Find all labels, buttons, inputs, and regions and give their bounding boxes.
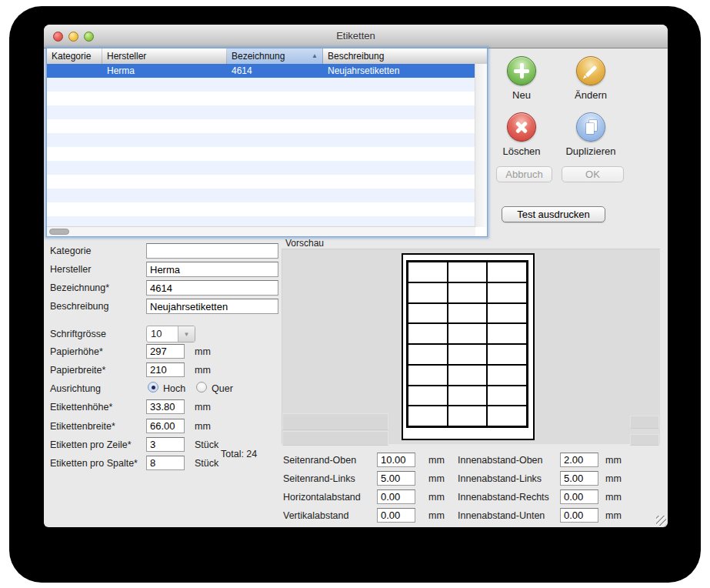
label-cell [448,323,488,344]
kategorie-field[interactable] [146,243,278,259]
seitenrand-links-unit: mm [428,473,445,484]
innenabstand-unten-unit: mm [605,510,622,521]
titlebar[interactable]: Etiketten [44,25,668,48]
label-cell [408,323,448,344]
column-header-beschreibung[interactable]: Beschreibung [323,48,487,64]
chevron-down-icon[interactable]: ▼ [178,326,195,342]
background-artifact [630,434,659,446]
screenshot-root: Etiketten Kategorie Hersteller Bezeichnu… [0,0,710,588]
vorschau-label: Vorschau [285,238,324,249]
schriftgroesse-value: 10 [147,326,178,342]
column-header-kategorie[interactable]: Kategorie [47,48,102,64]
etiketten-pro-zeile-field[interactable] [146,437,185,452]
ausrichtung-radio-quer[interactable] [196,382,207,393]
horizontal-scrollbar[interactable] [47,226,475,236]
label-cell [487,282,527,303]
label-cell [448,344,488,365]
innenabstand-unten-field[interactable] [560,508,598,523]
window-title: Etiketten [44,30,668,42]
test-ausdrucken-button[interactable]: Test ausdrucken [502,206,605,222]
seitenrand-oben-field[interactable] [377,453,415,467]
abbruch-button[interactable]: Abbruch [496,166,552,182]
bezeichnung-field[interactable] [146,280,278,296]
neu-label: Neu [483,89,560,101]
schriftgroesse-label: Schriftgrösse [50,329,106,339]
preview-panel [282,249,660,444]
column-header-bezeichnung-label: Bezeichnung [232,51,285,64]
horizontalabstand-field[interactable] [377,489,415,504]
papierbreite-field[interactable] [146,362,185,377]
column-header-hersteller[interactable]: Hersteller [102,48,227,64]
cell-beschreibung: Neujahrsetiketten [323,64,475,78]
label-cell [487,386,527,406]
kategorie-label: Kategorie [50,246,92,256]
innenabstand-rechts-label: Innenabstand-Rechts [458,492,549,503]
label-cell [487,365,527,386]
etikettenbreite-unit: mm [195,421,211,432]
column-header-bezeichnung[interactable]: Bezeichnung ▲ [227,48,323,64]
loeschen-label: Löschen [483,145,560,157]
background-artifact [630,416,659,429]
resize-grip[interactable] [656,516,666,526]
innenabstand-oben-unit: mm [605,455,622,466]
cell-bezeichnung: 4614 [227,64,323,78]
loeschen-button[interactable] [507,112,536,142]
ok-button[interactable]: OK [562,166,624,182]
etikettenhoehe-field[interactable] [146,399,185,414]
papierhoehe-unit: mm [195,346,211,357]
label-cell [408,282,448,303]
etikettenbreite-field[interactable] [146,419,185,433]
papierbreite-unit: mm [195,365,211,376]
innenabstand-links-label: Innenabstand-Links [458,473,542,484]
papierhoehe-field[interactable] [146,344,185,359]
etikettenhoehe-label: Etikettenhöhe* [50,402,112,413]
seitenrand-oben-unit: mm [428,455,445,466]
label-cell [448,386,488,406]
aendern-button[interactable] [576,56,605,85]
ausrichtung-hoch-label[interactable]: Hoch [163,383,185,394]
label-cell [408,365,448,386]
label-cell [487,303,527,324]
seitenrand-links-label: Seitenrand-Links [283,473,355,484]
beschreibung-field[interactable] [146,299,278,314]
pencil-icon [585,65,598,78]
innenabstand-links-field[interactable] [560,471,598,486]
etikettenhoehe-unit: mm [195,402,211,413]
label-cell [408,303,448,324]
background-artifact [282,431,388,446]
table-row[interactable]: Herma 4614 Neujahrsetiketten [47,64,475,78]
innenabstand-oben-label: Innenabstand-Oben [458,455,543,466]
label-cell [408,344,448,365]
labels-table: Kategorie Hersteller Bezeichnung ▲ Besch… [46,48,488,237]
etiketten-pro-zeile-unit: Stück [195,439,218,450]
cell-hersteller: Herma [102,64,227,78]
total-count: Total: 24 [221,449,257,459]
cell-kategorie [47,64,102,78]
background-artifact [282,413,388,430]
label-cell [448,406,488,426]
ausrichtung-quer-label[interactable]: Quer [212,383,233,394]
innenabstand-rechts-field[interactable] [560,489,598,504]
innenabstand-rechts-unit: mm [605,492,622,503]
duplizieren-button[interactable] [576,112,605,142]
etiketten-pro-spalte-field[interactable] [146,456,185,470]
neu-button[interactable] [507,56,536,85]
ausrichtung-radio-hoch[interactable] [148,382,158,393]
schriftgroesse-dropdown[interactable]: 10 ▼ [146,326,195,342]
label-cell [487,406,527,426]
innenabstand-oben-field[interactable] [560,453,598,467]
label-cell [487,344,527,365]
aendern-label: Ändern [552,89,629,101]
vertikalabstand-label: Vertikalabstand [283,510,348,521]
label-cell [448,282,488,303]
seitenrand-links-field[interactable] [377,471,415,486]
vertikalabstand-field[interactable] [377,508,415,523]
innenabstand-unten-label: Innenabstand-Unten [458,510,545,521]
label-cell [487,262,527,282]
bezeichnung-label: Bezeichnung* [50,282,109,293]
preview-page [402,253,535,440]
horizontal-scrollbar-thumb[interactable] [49,229,69,235]
table-header: Kategorie Hersteller Bezeichnung ▲ Besch… [47,48,487,65]
preview-grid [406,260,528,428]
hersteller-field[interactable] [146,262,278,277]
